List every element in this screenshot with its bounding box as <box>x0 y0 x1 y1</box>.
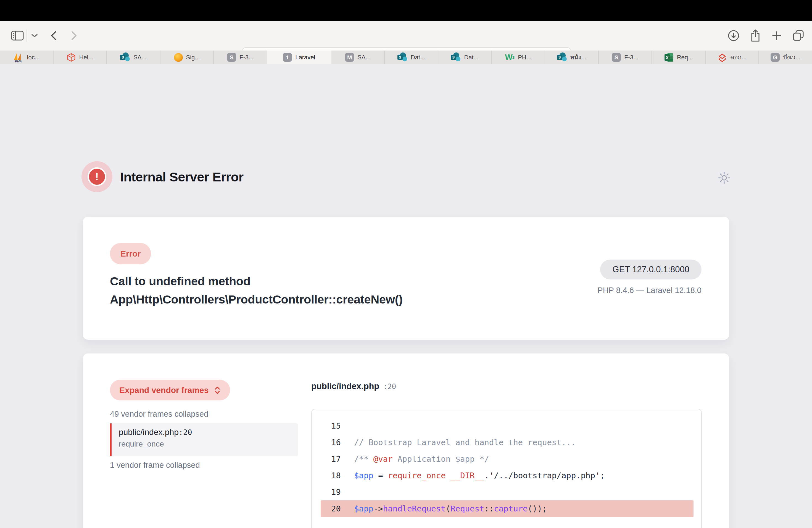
code-snippet-viewer[interactable]: 1516// Bootstrap Laravel and handle the … <box>311 409 702 528</box>
request-method-badge: GET 127.0.0.1:8000 <box>600 260 701 279</box>
svg-text:X: X <box>666 56 669 60</box>
code-line-number: 17 <box>312 454 341 464</box>
chevrons-icon <box>717 53 727 62</box>
tab-label: loc... <box>27 54 40 61</box>
browser-tab[interactable]: Sig... <box>160 50 214 64</box>
w3schools-icon: W3 <box>505 53 514 62</box>
php-laravel-versions: PHP 8.4.6 — Laravel 12.18.0 <box>597 286 701 295</box>
window-titlebar <box>0 0 812 21</box>
code-line-source: $app->handleRequest(Request::capture()); <box>354 504 547 513</box>
tab-label: Req... <box>677 54 693 61</box>
stack-trace-card: Expand vendor frames 49 vendor frames co… <box>83 353 729 528</box>
tab-label: Hel... <box>79 54 93 61</box>
code-line-number: 15 <box>312 421 341 430</box>
phpmyadmin-icon: PMA <box>13 53 24 62</box>
stack-frame-file: public/index.php:20 <box>119 427 298 437</box>
browser-tab[interactable]: SSA... <box>107 50 160 64</box>
browser-tab[interactable]: ดอก... <box>706 50 759 64</box>
tab-label: Dat... <box>411 54 425 61</box>
error-alert-icon: ! <box>82 161 112 192</box>
toolbar-divider <box>27 30 27 42</box>
tab-overview-icon[interactable] <box>792 29 805 42</box>
sharepoint-icon: S <box>451 53 461 62</box>
laravel-error-page: ! Internal Server Error Error Call to un… <box>0 64 812 528</box>
tab-label: Laravel <box>295 54 315 61</box>
code-line: 18$app = require_once __DIR__.'/../boots… <box>312 467 701 484</box>
code-line: 17/** @var Application $app */ <box>312 451 701 467</box>
code-line-number: 20 <box>312 504 341 513</box>
code-line: 16// Bootstrap Laravel and handle the re… <box>312 434 701 451</box>
browser-tab[interactable]: PMAloc... <box>0 50 54 64</box>
theme-toggle-sun-icon[interactable] <box>717 171 731 185</box>
tab-label: SA... <box>133 54 147 61</box>
tab-label: หนัง... <box>570 53 586 62</box>
share-icon[interactable] <box>750 29 761 42</box>
tab-label: ดอก... <box>730 53 746 62</box>
code-line: 15 <box>312 417 701 434</box>
browser-tab[interactable]: SDat... <box>438 50 492 64</box>
error-message-line1: Call to undefined method <box>110 272 403 290</box>
excel-icon: X <box>664 53 673 62</box>
sharepoint-icon: S <box>557 53 567 62</box>
browser-tab[interactable]: Hel... <box>54 50 107 64</box>
back-button-icon[interactable] <box>50 30 57 41</box>
vendor-frame-collapsed-note: 1 vendor frame collapsed <box>110 460 200 470</box>
error-message-line2: App\Http\Controllers\ProductController::… <box>110 290 403 308</box>
code-line-number: 18 <box>312 471 341 480</box>
vendor-frames-collapsed-note: 49 vendor frames collapsed <box>110 410 208 419</box>
new-tab-icon[interactable] <box>771 30 782 41</box>
browser-toolbar: 127.0.0.1 A x <box>0 21 812 50</box>
code-line-ref: :20 <box>383 382 396 391</box>
browser-tab[interactable]: XReq... <box>652 50 706 64</box>
letter-g-icon: G <box>771 53 780 62</box>
code-file-header: public/index.php :20 <box>311 381 396 391</box>
forward-button-icon[interactable] <box>70 30 78 41</box>
code-file-name: public/index.php <box>311 381 379 391</box>
error-summary-card: Error Call to undefined method App\Http\… <box>83 217 729 340</box>
sidebar-chevron-down-icon[interactable] <box>31 33 38 38</box>
expand-vendor-frames-button[interactable]: Expand vendor frames <box>110 380 230 400</box>
letter-s-icon: S <box>612 53 621 62</box>
tab-label: Sig... <box>186 54 200 61</box>
sharepoint-icon: S <box>120 53 130 62</box>
browser-tab[interactable]: Gบึงเว... <box>759 50 812 64</box>
laravel-icon <box>67 53 76 62</box>
chevrons-up-down-icon <box>214 386 221 394</box>
tab-label: บึงเว... <box>783 53 800 62</box>
browser-tab[interactable]: SF-3... <box>214 50 267 64</box>
sharepoint-icon: S <box>397 53 407 62</box>
sphere-icon <box>174 53 183 62</box>
tab-label: F-3... <box>240 54 253 61</box>
numeral-1-icon: 1 <box>283 53 292 62</box>
tab-label: F-3... <box>624 54 638 61</box>
code-line-source: /** @var Application $app */ <box>354 454 489 464</box>
sidebar-toggle-icon[interactable] <box>11 31 24 41</box>
downloads-icon[interactable] <box>727 30 740 42</box>
stack-frame-method: require_once <box>119 440 298 449</box>
tab-label: Dat... <box>464 54 479 61</box>
browser-tab[interactable]: MSA... <box>331 50 385 64</box>
error-type-badge: Error <box>110 243 151 264</box>
browser-tab[interactable]: W3PH... <box>492 50 545 64</box>
browser-tab[interactable]: SDat... <box>385 50 438 64</box>
tab-label: PH... <box>518 54 532 61</box>
page-title: Internal Server Error <box>120 161 244 192</box>
expand-vendor-frames-label: Expand vendor frames <box>119 385 208 395</box>
browser-tab[interactable]: Sหนัง... <box>545 50 599 64</box>
code-line-number: 19 <box>312 487 341 497</box>
tab-strip: PMAloc...Hel...SSA...Sig...SF-3...1Larav… <box>0 50 812 64</box>
browser-tab-active[interactable]: 1Laravel <box>267 50 331 64</box>
code-line: 19 <box>312 484 701 500</box>
code-line-source: $app = require_once __DIR__.'/../bootstr… <box>354 471 605 480</box>
error-message: Call to undefined method App\Http\Contro… <box>110 272 403 308</box>
code-line-highlighted: 20$app->handleRequest(Request::capture()… <box>312 500 701 517</box>
browser-tab[interactable]: SF-3... <box>599 50 652 64</box>
letter-s-icon: S <box>227 53 236 62</box>
stack-frame-line-number: :20 <box>179 428 192 437</box>
letter-m-icon: M <box>345 53 354 62</box>
code-line-number: 16 <box>312 438 341 447</box>
tab-label: SA... <box>358 54 371 61</box>
code-line-source: // Bootstrap Laravel and handle the requ… <box>354 438 576 447</box>
stack-frame-item[interactable]: public/index.php:20 require_once <box>110 423 298 456</box>
